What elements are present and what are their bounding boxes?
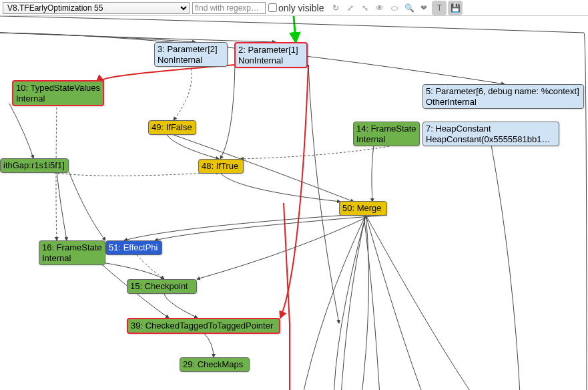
graph-edge (340, 215, 366, 390)
graph-edge (364, 215, 380, 390)
graph-edge (124, 215, 347, 240)
graph-edge (366, 215, 427, 390)
graph-edge (0, 33, 276, 42)
graph-node[interactable]: 39: CheckedTaggedToTaggedPointer (127, 318, 280, 334)
graph-node[interactable]: 5: Parameter[6, debug name: %context] Ot… (422, 84, 584, 109)
graph-edge (57, 172, 67, 240)
graph-edge (102, 262, 164, 279)
graph-node[interactable]: 15: Checkpoint (127, 279, 197, 294)
graph-node[interactable]: 49: IfFalse (148, 120, 196, 135)
graph-edge (197, 215, 371, 279)
only-visible-label: only visible (278, 3, 324, 13)
graph-edge (366, 215, 481, 390)
graph-edge (220, 172, 340, 202)
graph-edge (294, 16, 296, 42)
graph-node[interactable]: 7: HeapConstant HeapConstant(0x5555581bb… (422, 122, 559, 146)
graph-edge (334, 215, 366, 390)
edge-layer (0, 16, 588, 390)
graph-edge (0, 33, 196, 42)
zoom-icon[interactable]: 🔍 (402, 1, 416, 15)
graph-edge (9, 104, 33, 158)
graph-node[interactable]: 14: FrameState Internal (353, 122, 420, 146)
toolbar-icons: ↻⤢⤡👁⬭🔍❤T💾 (329, 1, 463, 15)
save-icon[interactable]: 💾 (448, 1, 463, 15)
graph-node[interactable]: 2: Parameter[1] NonInternal (234, 42, 308, 68)
graph-edge (280, 65, 308, 318)
graph-node[interactable]: 10: TypedStateValues Internal (12, 80, 104, 106)
graph-edge (46, 172, 220, 176)
graph-edge (491, 145, 521, 390)
graph-edge (103, 65, 235, 81)
graph-node[interactable]: 51: EffectPhi (105, 240, 162, 255)
phase-select[interactable]: V8.TFEarlyOptimization 55 (3, 2, 190, 14)
graph-edge (174, 65, 192, 120)
eye-icon[interactable]: 👁 (373, 1, 386, 15)
graph-edge (155, 215, 387, 240)
graph-edge (360, 215, 369, 390)
graph-edge (69, 172, 105, 240)
reload-icon[interactable]: ↻ (329, 1, 342, 15)
expand-out-icon[interactable]: ⤢ (344, 1, 357, 15)
graph-node[interactable]: 29: CheckMaps (180, 357, 250, 372)
graph-node[interactable]: 48: IfTrue (198, 159, 244, 174)
graph-edge (372, 145, 374, 202)
graph-node[interactable]: 50: Merge (339, 201, 387, 216)
ellipse-icon[interactable]: ⬭ (388, 1, 401, 15)
graph-canvas[interactable]: 3: Parameter[2] NonInternal2: Parameter[… (0, 16, 588, 390)
graph-edge (220, 65, 235, 159)
toolbar: V8.TFEarlyOptimization 55 only visible ↻… (0, 0, 588, 16)
graph-edge (167, 135, 219, 159)
text-t-icon[interactable]: T (432, 1, 447, 15)
expand-in-icon[interactable]: ⤡ (358, 1, 372, 15)
graph-edge (0, 16, 587, 390)
graph-edge (137, 255, 164, 279)
only-visible-checkbox[interactable] (268, 3, 277, 12)
tag-icon[interactable]: ❤ (417, 1, 430, 15)
graph-edge (204, 333, 214, 357)
graph-node[interactable]: 16: FrameState Internal (39, 240, 105, 265)
search-input[interactable] (192, 2, 266, 14)
only-visible-toggle[interactable]: only visible (268, 3, 324, 13)
graph-edge (164, 294, 198, 318)
graph-node[interactable]: 3: Parameter[2] NonInternal (154, 42, 228, 67)
graph-node[interactable]: ithGap:r1s1i5f1] (0, 158, 69, 173)
